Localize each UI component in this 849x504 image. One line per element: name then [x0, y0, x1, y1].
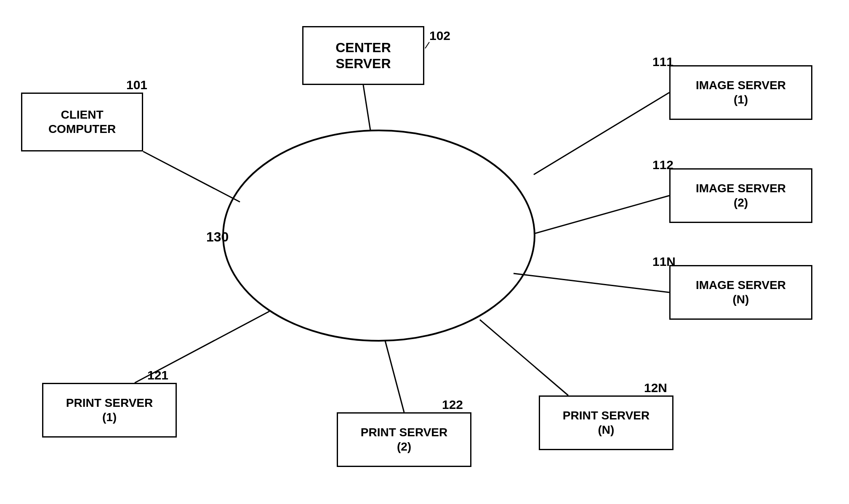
- print-server-2-box: PRINT SERVER (2): [337, 412, 471, 467]
- client-computer-label: CLIENT COMPUTER: [48, 108, 116, 136]
- print-server-n-box: PRINT SERVER (N): [539, 395, 673, 450]
- print-server-2-label: PRINT SERVER (2): [361, 425, 447, 454]
- svg-line-7: [385, 341, 404, 412]
- diagram-container: CENTER SERVER 102 CLIENT COMPUTER 101 IM…: [0, 0, 849, 504]
- image-server-n-label: IMAGE SERVER (N): [696, 278, 786, 306]
- svg-line-4: [535, 196, 669, 233]
- print-server-1-ref: 121: [147, 368, 168, 382]
- svg-line-8: [480, 320, 568, 395]
- client-computer-ref: 101: [126, 78, 147, 92]
- svg-line-5: [514, 273, 669, 292]
- image-server-1-box: IMAGE SERVER (1): [669, 65, 812, 120]
- center-server-box: CENTER SERVER: [302, 26, 424, 85]
- svg-point-0: [223, 130, 535, 341]
- print-server-2-ref: 122: [442, 398, 463, 412]
- print-server-n-ref: 12N: [644, 381, 667, 395]
- center-server-ref: 102: [429, 29, 450, 43]
- center-server-label: CENTER SERVER: [335, 40, 391, 72]
- svg-line-3: [534, 93, 669, 175]
- image-server-2-box: IMAGE SERVER (2): [669, 168, 812, 223]
- image-server-2-label: IMAGE SERVER (2): [696, 181, 786, 210]
- image-server-n-box: IMAGE SERVER (N): [669, 265, 812, 320]
- image-server-2-ref: 112: [652, 158, 673, 172]
- image-server-n-ref: 11N: [652, 255, 676, 269]
- svg-line-2: [143, 151, 240, 202]
- image-server-1-label: IMAGE SERVER (1): [696, 78, 786, 106]
- print-server-1-label: PRINT SERVER (1): [66, 396, 153, 424]
- svg-line-1: [363, 85, 370, 130]
- image-server-1-ref: 111: [652, 55, 673, 69]
- print-server-1-box: PRINT SERVER (1): [42, 383, 177, 438]
- network-ref: 130: [206, 229, 229, 245]
- print-server-n-label: PRINT SERVER (N): [563, 409, 649, 437]
- client-computer-box: CLIENT COMPUTER: [21, 93, 143, 151]
